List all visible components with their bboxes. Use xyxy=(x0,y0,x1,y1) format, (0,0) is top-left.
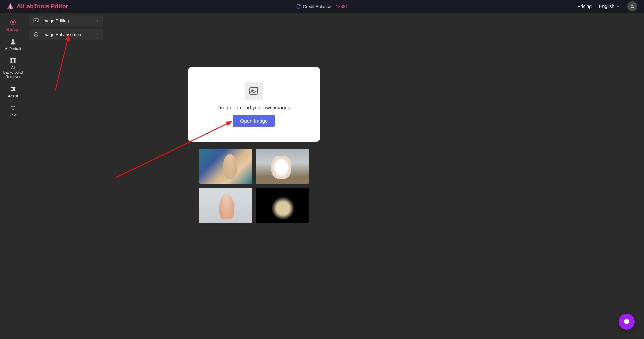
app-logo[interactable]: AILabTools Editor xyxy=(7,3,68,10)
svg-point-3 xyxy=(12,39,14,42)
sidebar-item-bg-remover[interactable]: AI Background Remover xyxy=(0,54,26,82)
text-icon xyxy=(9,104,17,112)
sidebar-item-ai-portrait[interactable]: AI Portrait xyxy=(0,35,26,54)
sidebar-item-ai-image[interactable]: AI Image xyxy=(0,16,26,35)
upload-prompt: Drag or upload your own images xyxy=(218,105,290,110)
refresh-icon[interactable] xyxy=(296,4,301,9)
header-right: Pricing English xyxy=(577,1,637,11)
svg-point-0 xyxy=(631,5,633,6)
sample-thumbnails xyxy=(199,149,309,223)
chevron-down-icon xyxy=(616,4,620,8)
pricing-link[interactable]: Pricing xyxy=(577,4,592,9)
credit-balance: Credit Balance: 18681 xyxy=(296,4,348,9)
sidebar-item-adjust[interactable]: Adjust xyxy=(0,82,26,102)
chat-icon xyxy=(623,318,630,325)
svg-rect-4 xyxy=(10,59,16,63)
chat-button[interactable] xyxy=(619,314,635,330)
chevron-right-icon xyxy=(95,19,99,23)
sidebar-item-label: Text xyxy=(10,113,16,117)
app-title: AILabTools Editor xyxy=(17,3,68,10)
sample-thumbnail[interactable] xyxy=(256,188,309,223)
credit-value: 18681 xyxy=(336,4,348,9)
sidebar-item-label: AI Image xyxy=(6,27,20,32)
sidebar: AI Image AI Portrait AI Background Remov… xyxy=(0,13,26,339)
svg-point-8 xyxy=(11,87,13,88)
ai-image-icon xyxy=(9,19,17,26)
submenu-item-image-editing[interactable]: Image Editing xyxy=(29,15,103,26)
open-image-button[interactable]: Open Image xyxy=(233,115,275,127)
user-avatar[interactable] xyxy=(627,1,637,11)
sidebar-item-label: AI Portrait xyxy=(5,47,21,51)
submenu: Image Editing Image Enhancement xyxy=(29,15,103,40)
upload-icon-box xyxy=(245,82,263,100)
submenu-item-image-enhancement[interactable]: Image Enhancement xyxy=(29,29,103,40)
svg-point-12 xyxy=(35,20,36,20)
upload-image-icon xyxy=(248,85,260,97)
annotation-arrow xyxy=(54,34,74,92)
submenu-item-label: Image Editing xyxy=(42,18,69,23)
svg-point-10 xyxy=(11,90,13,91)
sidebar-item-text[interactable]: Text xyxy=(0,102,26,121)
sample-thumbnail[interactable] xyxy=(256,149,309,184)
user-icon xyxy=(630,4,635,9)
language-label: English xyxy=(599,4,614,9)
sample-thumbnail[interactable] xyxy=(199,188,252,223)
submenu-item-label: Image Enhancement xyxy=(42,32,83,37)
logo-icon xyxy=(7,3,14,10)
sidebar-item-label: Adjust xyxy=(8,94,18,98)
sample-thumbnail[interactable] xyxy=(199,149,252,184)
portrait-icon xyxy=(9,38,17,45)
image-enhance-icon xyxy=(33,31,39,37)
svg-line-16 xyxy=(55,36,69,91)
svg-point-9 xyxy=(13,88,15,90)
app-header: AILabTools Editor Credit Balance: 18681 … xyxy=(0,0,644,13)
chevron-right-icon xyxy=(95,32,99,36)
sidebar-item-label: AI Background Remover xyxy=(1,66,25,79)
bg-remover-icon xyxy=(9,57,17,64)
image-edit-icon xyxy=(33,18,39,24)
svg-point-2 xyxy=(12,21,14,23)
credit-label: Credit Balance: xyxy=(303,4,332,9)
adjust-icon xyxy=(9,85,17,93)
language-selector[interactable]: English xyxy=(599,4,620,9)
upload-card[interactable]: Drag or upload your own images Open Imag… xyxy=(188,67,320,142)
